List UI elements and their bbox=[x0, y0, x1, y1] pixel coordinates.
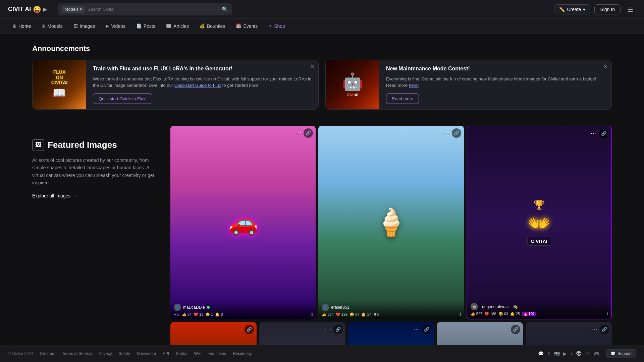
car-image: 🚗 bbox=[170, 126, 316, 319]
footer-education[interactable]: Education bbox=[208, 351, 226, 356]
featured-info: 🖼 Featured Images All sorts of cool pict… bbox=[32, 126, 160, 199]
civitai-info-icon[interactable]: ℹ bbox=[607, 311, 608, 316]
civitai-user: 🤖 _degenerativeai_ 🎭 bbox=[471, 303, 608, 310]
flux-cta-button[interactable]: Quickstart Guide to Flux! bbox=[93, 94, 152, 104]
featured-title: 🖼 Featured Images bbox=[32, 139, 160, 151]
announcements-title: Announcements bbox=[32, 44, 612, 53]
logo-emoji: 😜 bbox=[33, 5, 41, 13]
street-menu-icon[interactable]: ⋯ bbox=[502, 325, 509, 333]
ice-cream-card-overlay: 👤 eraser851 👍 654 ❤️ 199 😂 67 🔔 17 ✖ 0 bbox=[318, 301, 464, 319]
footer-creators[interactable]: Creators bbox=[40, 351, 55, 356]
dark-city-menu-icon[interactable]: ⋯ bbox=[591, 325, 598, 333]
maintenance-text: Everything is fine! Come join the fun of… bbox=[386, 76, 605, 89]
read-more-button[interactable]: Read more bbox=[386, 94, 419, 104]
model-selector[interactable]: Models ▾ bbox=[62, 6, 85, 13]
announcement-maintenance-body: ✕ New Maintenance Mode Contest! Everythi… bbox=[379, 60, 611, 109]
street-link-icon[interactable]: 🔗 bbox=[511, 325, 520, 334]
smoke-link-icon[interactable]: 🔗 bbox=[333, 325, 343, 334]
discord-icon[interactable]: 💬 bbox=[538, 351, 544, 356]
nav-item-models[interactable]: ⊞ Models bbox=[37, 21, 67, 32]
footer-newsroom[interactable]: Newsroom bbox=[137, 351, 156, 356]
civitai-link-icon[interactable]: 🔗 bbox=[599, 129, 608, 138]
ice-cream-link-icon[interactable]: 🔗 bbox=[452, 128, 461, 138]
hamburger-menu-icon[interactable]: ☰ bbox=[625, 4, 636, 15]
neon-link-icon[interactable]: 🔗 bbox=[422, 325, 431, 334]
logo[interactable]: CIVIT AI 😜 ▶ bbox=[8, 5, 47, 13]
maintenance-close-button[interactable]: ✕ bbox=[603, 63, 607, 70]
search-icon[interactable]: 🔍 bbox=[222, 6, 228, 12]
footer-terms[interactable]: Terms of Service bbox=[62, 351, 92, 356]
ice-cream-avatar: 👤 bbox=[322, 304, 329, 311]
nav-item-articles[interactable]: 📰 Articles bbox=[161, 21, 194, 32]
footer-api[interactable]: API bbox=[163, 351, 169, 356]
civitai-card-overlay: 🤖 _degenerativeai_ 🎭 👍 527 ❤️ 186 😂 63 🔔… bbox=[467, 300, 611, 319]
nav-label: Shop bbox=[274, 23, 285, 29]
footer-residency[interactable]: Residency bbox=[233, 351, 252, 356]
search-input[interactable] bbox=[88, 7, 215, 12]
flux-text: We're thrilled to announce that Flux LoR… bbox=[93, 76, 312, 89]
videos-icon: ▶ bbox=[106, 23, 109, 28]
explore-all-images-link[interactable]: Explore all images → bbox=[32, 193, 160, 198]
nav-item-bounties[interactable]: 💰 Bounties bbox=[195, 21, 230, 32]
ice-cream-image: 🍦 bbox=[318, 126, 464, 319]
reddit-icon[interactable]: 👽 bbox=[576, 351, 582, 356]
ice-cream-info-icon[interactable]: ℹ bbox=[460, 312, 461, 317]
mountain-menu-icon[interactable]: ⋯ bbox=[236, 325, 243, 333]
mountain-link-icon[interactable]: 🔗 bbox=[245, 325, 254, 334]
nav-label: Bounties bbox=[207, 23, 225, 29]
car-info-icon[interactable]: ℹ bbox=[311, 312, 313, 317]
neon-menu-icon[interactable]: ⋯ bbox=[413, 325, 420, 333]
articles-icon: 📰 bbox=[166, 23, 171, 28]
smoke-menu-icon[interactable]: ⋯ bbox=[325, 325, 331, 333]
posts-icon: 📄 bbox=[136, 23, 142, 28]
footer-safety[interactable]: Safety bbox=[119, 351, 130, 356]
nav-item-videos[interactable]: ▶ Videos bbox=[101, 21, 130, 32]
flux-close-button[interactable]: ✕ bbox=[310, 63, 314, 70]
nav-item-images[interactable]: 🖼 Images bbox=[69, 21, 100, 32]
online-indicator bbox=[207, 306, 210, 309]
create-button[interactable]: ✏️ Create ▾ bbox=[554, 4, 590, 14]
image-card-civitai[interactable]: 🏆 👐 CIVITAI ⋯ 🔗 🤖 _degenerativeai_ 🎭 bbox=[467, 126, 612, 319]
arrow-right-icon: → bbox=[72, 193, 77, 198]
nav-label: Images bbox=[80, 23, 95, 29]
youtube-icon[interactable]: ▶ bbox=[563, 351, 567, 356]
dark-city-link-icon[interactable]: 🔗 bbox=[600, 325, 609, 334]
image-card-ice-cream[interactable]: 🍦 ⋯ 🔗 👤 eraser851 👍 654 ❤️ 199 bbox=[318, 126, 464, 319]
search-shortcut: / bbox=[218, 7, 219, 12]
footer-status[interactable]: Status bbox=[176, 351, 187, 356]
car-link-icon[interactable]: 🔗 bbox=[304, 128, 313, 138]
github-icon[interactable]: ⌥ bbox=[585, 351, 590, 356]
civitai-menu-icon[interactable]: ⋯ bbox=[590, 129, 597, 137]
nav-item-home[interactable]: ⊞ Home bbox=[8, 21, 36, 32]
announcements-grid: FLUXONCIVITAI 📖 ✕ Train with Flux and us… bbox=[32, 60, 612, 110]
nav-item-posts[interactable]: 📄 Posts bbox=[131, 21, 160, 32]
twitch-icon[interactable]: 🎮 bbox=[594, 351, 599, 356]
nav-label: Events bbox=[243, 23, 258, 29]
sign-in-button[interactable]: Sign In bbox=[594, 4, 621, 14]
nav-label: Posts bbox=[144, 23, 155, 29]
car-menu-icon[interactable]: ⋯ bbox=[295, 128, 302, 136]
flux-guide-link[interactable]: Quickstart Guide to Flux bbox=[174, 83, 221, 88]
tiktok-icon[interactable]: ♪ bbox=[570, 351, 573, 356]
header: CIVIT AI 😜 ▶ Models ▾ / 🔍 ✏️ Create ▾ Si… bbox=[0, 0, 644, 19]
shop-icon: ✦ bbox=[268, 23, 272, 28]
copyright: © Civitai 2024 bbox=[8, 351, 33, 356]
civitai-logo-label: CIVITAI bbox=[527, 237, 551, 246]
car-add-stat: +☺ bbox=[174, 312, 180, 316]
nav-item-events[interactable]: 📅 Events bbox=[231, 21, 262, 32]
flux-title: Train with Flux and use FLUX LoRA's in t… bbox=[93, 65, 312, 72]
civitai-avatar: 🤖 bbox=[471, 303, 478, 310]
main-content: Announcements FLUXONCIVITAI 📖 ✕ Train wi… bbox=[0, 34, 644, 362]
support-button[interactable]: 💬 Support bbox=[606, 349, 636, 358]
nav-label: Models bbox=[47, 23, 62, 29]
car-stats: +☺ 👍 34 ❤️ 13 😂 1 🔔 0 bbox=[174, 312, 312, 317]
footer-wiki[interactable]: Wiki bbox=[194, 351, 202, 356]
footer-privacy[interactable]: Privacy bbox=[99, 351, 112, 356]
image-card-car[interactable]: 🚗 ⋯ 🔗 👤 maDcaDDle +☺ bbox=[170, 126, 316, 319]
announcement-flux: FLUXONCIVITAI 📖 ✕ Train with Flux and us… bbox=[32, 60, 319, 110]
twitter-x-icon[interactable]: 𝕏 bbox=[547, 351, 551, 356]
maintenance-link[interactable]: here! bbox=[409, 83, 419, 88]
ice-cream-menu-icon[interactable]: ⋯ bbox=[443, 128, 450, 136]
nav-item-shop[interactable]: ✦ Shop bbox=[264, 21, 290, 32]
instagram-icon[interactable]: 📷 bbox=[554, 351, 560, 356]
